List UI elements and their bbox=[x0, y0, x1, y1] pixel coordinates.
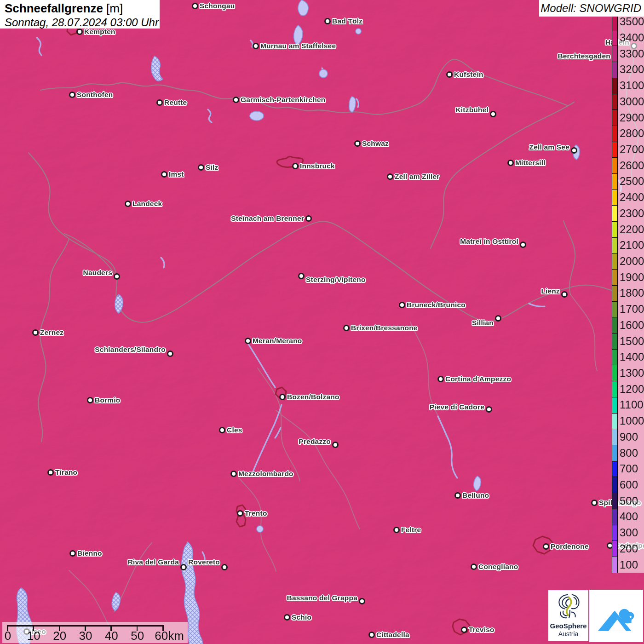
city-label: Bassano del Grappa bbox=[287, 594, 357, 602]
colorbar-tick-label: 700 bbox=[620, 461, 643, 477]
colorbar-tick-label: 2000 bbox=[620, 253, 643, 270]
partner-logo bbox=[589, 590, 643, 642]
city-label: Cittadella bbox=[376, 631, 409, 639]
city-label: Schio bbox=[292, 613, 311, 621]
city-label: Landeck bbox=[132, 200, 162, 208]
title-unit: [m] bbox=[106, 1, 123, 15]
colorbar: 3500340033003200310030002900280027002600… bbox=[612, 14, 644, 573]
city-dot bbox=[114, 273, 120, 280]
city-dot bbox=[454, 492, 461, 499]
colorbar-tick-label: 2800 bbox=[620, 126, 643, 142]
city-dot bbox=[298, 273, 305, 279]
colorbar-tick-label: 2300 bbox=[620, 206, 643, 222]
city-dot bbox=[495, 315, 501, 322]
city-dot bbox=[437, 376, 444, 382]
colorbar-cell bbox=[612, 110, 617, 126]
city-label: Kufstein bbox=[454, 70, 483, 79]
city-dot bbox=[520, 242, 526, 248]
colorbar-cell bbox=[612, 445, 617, 461]
city-label: Matrei in Osttirol bbox=[460, 237, 518, 246]
city-dot bbox=[461, 627, 467, 633]
city-label: Imst bbox=[169, 170, 184, 178]
city-label: Schongau bbox=[200, 2, 235, 10]
city-label: Feltre bbox=[401, 526, 421, 534]
geosphere-logo-text: GeoSphere bbox=[548, 622, 588, 630]
scale-bar-label: 0 bbox=[5, 629, 11, 643]
colorbar-cell bbox=[612, 158, 617, 174]
colorbar-tick-label: 200 bbox=[620, 541, 643, 557]
city-label: Pordenone bbox=[551, 542, 589, 551]
city-label: Mittersill bbox=[515, 159, 546, 167]
city-label: Predazzo bbox=[299, 437, 331, 446]
city-dot bbox=[47, 469, 54, 476]
colorbar-cell bbox=[612, 541, 617, 557]
colorbar-tick-label: 100 bbox=[620, 557, 643, 573]
city-dot bbox=[354, 140, 361, 147]
city-dot bbox=[279, 394, 286, 400]
colorbar-cell bbox=[612, 509, 617, 525]
city-marker-layer: SchongauBad TölzKemptenMurnau am Staffel… bbox=[0, 0, 644, 644]
colorbar-cell bbox=[612, 302, 617, 318]
colorbar-cell bbox=[612, 477, 617, 493]
city-label: Reutte bbox=[164, 98, 187, 107]
colorbar-cell bbox=[612, 190, 617, 206]
city-dot bbox=[393, 527, 400, 533]
city-label: Zell am Ziller bbox=[395, 172, 440, 181]
city-dot bbox=[591, 500, 598, 506]
city-dot bbox=[543, 543, 549, 550]
city-dot bbox=[324, 18, 331, 24]
colorbar-cell bbox=[612, 270, 617, 286]
city-label: Brixen/Bressanone bbox=[351, 324, 418, 332]
city-label: Belluno bbox=[462, 491, 489, 500]
city-label: Tirano bbox=[55, 468, 77, 477]
city-dot bbox=[253, 43, 259, 49]
colorbar-cell bbox=[612, 142, 617, 158]
city-label: Bruneck/Brunico bbox=[407, 301, 466, 309]
colorbar-tick-label: 800 bbox=[620, 445, 643, 461]
city-dot bbox=[507, 160, 514, 166]
colorbar-tick-label: 300 bbox=[620, 525, 643, 541]
colorbar-cell bbox=[612, 126, 617, 142]
city-dot bbox=[32, 329, 39, 336]
colorbar-cell bbox=[612, 493, 617, 509]
title-text: Schneefallgrenze bbox=[5, 1, 103, 15]
city-dot bbox=[69, 92, 75, 98]
city-dot bbox=[76, 29, 83, 35]
city-label: Nauders bbox=[83, 269, 112, 277]
city-label: Mezzolombardo bbox=[238, 470, 293, 478]
city-dot bbox=[305, 215, 312, 222]
colorbar-tick-label: 3000 bbox=[620, 94, 643, 110]
colorbar-tick-label: 400 bbox=[620, 509, 643, 525]
colorbar-cell bbox=[612, 254, 617, 270]
city-dot bbox=[167, 351, 173, 357]
city-dot bbox=[490, 111, 496, 117]
colorbar-tick-label: 3100 bbox=[620, 78, 643, 94]
city-label: Kitzbühel bbox=[455, 106, 489, 114]
colorbar-cell bbox=[612, 222, 617, 238]
colorbar-tick-label: 2500 bbox=[620, 173, 643, 190]
city-dot bbox=[561, 291, 568, 298]
valid-time: Sonntag, 28.07.2024 03:00 Uhr bbox=[5, 16, 160, 29]
scale-bar-label: 40 bbox=[105, 629, 118, 643]
city-label: Treviso bbox=[469, 626, 494, 634]
city-label: Cortina d'Ampezzo bbox=[445, 375, 511, 383]
city-label: Conegliano bbox=[478, 563, 518, 571]
city-dot bbox=[284, 614, 290, 621]
colorbar-cell bbox=[612, 557, 617, 573]
colorbar-tick-label: 1200 bbox=[620, 381, 643, 397]
colorbar-tick-label: 3200 bbox=[620, 62, 643, 78]
city-dot bbox=[399, 302, 405, 308]
colorbar-tick-label: 2600 bbox=[620, 157, 643, 173]
city-dot bbox=[156, 99, 163, 106]
city-dot bbox=[198, 164, 204, 171]
city-label: Schwaz bbox=[362, 139, 389, 148]
map-title: Schneefallgrenze [m] bbox=[5, 1, 160, 16]
colorbar-cell bbox=[612, 14, 617, 30]
scale-bar-label: 50 bbox=[131, 629, 144, 643]
colorbar-tick-label: 1900 bbox=[620, 269, 643, 285]
colorbar-cell bbox=[612, 206, 617, 222]
city-dot bbox=[387, 173, 393, 180]
city-label: Silz bbox=[206, 163, 218, 172]
city-dot bbox=[486, 406, 492, 413]
colorbar-cell bbox=[612, 174, 617, 190]
